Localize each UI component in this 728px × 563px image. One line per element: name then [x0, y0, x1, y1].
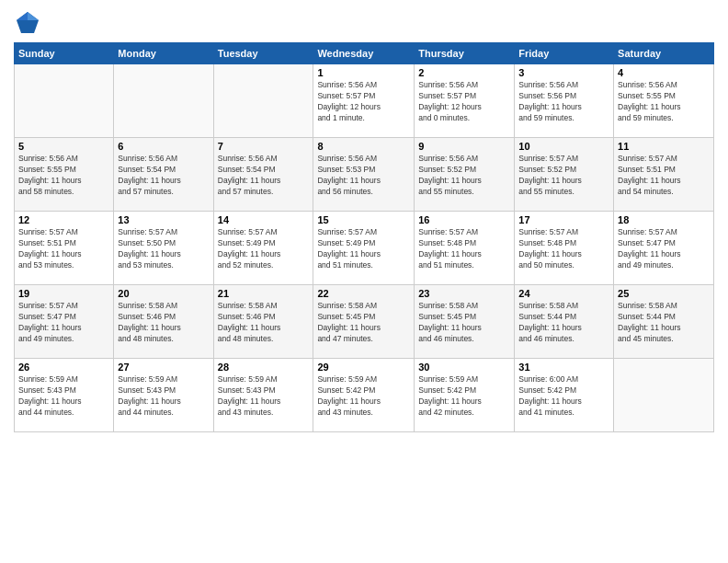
day-info: Sunrise: 5:59 AM Sunset: 5:42 PM Dayligh…: [418, 374, 510, 419]
day-info: Sunrise: 5:58 AM Sunset: 5:46 PM Dayligh…: [218, 301, 310, 345]
calendar-cell: 25Sunrise: 5:58 AM Sunset: 5:44 PM Dayli…: [614, 285, 714, 359]
day-number: 25: [618, 288, 710, 299]
calendar-cell: 2Sunrise: 5:56 AM Sunset: 5:57 PM Daylig…: [415, 64, 515, 138]
weekday-thursday: Thursday: [415, 43, 515, 64]
calendar-cell: 13Sunrise: 5:57 AM Sunset: 5:50 PM Dayli…: [114, 212, 213, 285]
page: SundayMondayTuesdayWednesdayThursdayFrid…: [0, 0, 728, 563]
svg-marker-2: [17, 12, 28, 20]
logo-icon: [14, 9, 41, 37]
weekday-sunday: Sunday: [15, 43, 114, 64]
day-number: 26: [18, 362, 109, 373]
week-row-5: 26Sunrise: 5:59 AM Sunset: 5:43 PM Dayli…: [15, 359, 714, 432]
day-info: Sunrise: 5:57 AM Sunset: 5:48 PM Dayligh…: [418, 227, 510, 271]
calendar-cell: [114, 64, 213, 138]
day-number: 7: [218, 141, 310, 152]
calendar-cell: 17Sunrise: 5:57 AM Sunset: 5:48 PM Dayli…: [515, 212, 614, 285]
day-info: Sunrise: 5:56 AM Sunset: 5:57 PM Dayligh…: [418, 80, 510, 124]
weekday-friday: Friday: [515, 43, 614, 64]
day-number: 14: [218, 214, 310, 225]
day-info: Sunrise: 5:59 AM Sunset: 5:43 PM Dayligh…: [18, 374, 109, 419]
day-number: 16: [418, 214, 510, 225]
calendar-cell: 1Sunrise: 5:56 AM Sunset: 5:57 PM Daylig…: [313, 64, 415, 138]
day-number: 2: [418, 67, 510, 78]
day-info: Sunrise: 5:56 AM Sunset: 5:57 PM Dayligh…: [317, 80, 410, 124]
day-number: 10: [518, 141, 609, 152]
day-number: 8: [317, 141, 410, 152]
day-info: Sunrise: 5:57 AM Sunset: 5:51 PM Dayligh…: [618, 154, 710, 198]
day-info: Sunrise: 5:57 AM Sunset: 5:49 PM Dayligh…: [317, 227, 410, 271]
day-info: Sunrise: 5:59 AM Sunset: 5:43 PM Dayligh…: [218, 374, 310, 419]
day-number: 18: [618, 214, 710, 225]
day-number: 30: [418, 362, 510, 373]
weekday-tuesday: Tuesday: [213, 43, 313, 64]
calendar-cell: 15Sunrise: 5:57 AM Sunset: 5:49 PM Dayli…: [313, 212, 415, 285]
day-info: Sunrise: 5:57 AM Sunset: 5:51 PM Dayligh…: [18, 227, 109, 271]
logo: [14, 9, 45, 37]
day-number: 11: [618, 141, 710, 152]
day-info: Sunrise: 5:57 AM Sunset: 5:48 PM Dayligh…: [518, 227, 609, 271]
svg-marker-1: [28, 12, 39, 20]
week-row-3: 12Sunrise: 5:57 AM Sunset: 5:51 PM Dayli…: [15, 212, 714, 285]
week-row-2: 5Sunrise: 5:56 AM Sunset: 5:55 PM Daylig…: [15, 138, 714, 212]
day-number: 15: [317, 214, 410, 225]
day-number: 23: [418, 288, 510, 299]
calendar-cell: 11Sunrise: 5:57 AM Sunset: 5:51 PM Dayli…: [614, 138, 714, 212]
calendar-cell: 9Sunrise: 5:56 AM Sunset: 5:52 PM Daylig…: [415, 138, 515, 212]
calendar-cell: 7Sunrise: 5:56 AM Sunset: 5:54 PM Daylig…: [213, 138, 313, 212]
week-row-1: 1Sunrise: 5:56 AM Sunset: 5:57 PM Daylig…: [15, 64, 714, 138]
day-info: Sunrise: 5:57 AM Sunset: 5:47 PM Dayligh…: [18, 301, 109, 345]
calendar-cell: 24Sunrise: 5:58 AM Sunset: 5:44 PM Dayli…: [515, 285, 614, 359]
day-info: Sunrise: 5:56 AM Sunset: 5:55 PM Dayligh…: [618, 80, 710, 124]
day-number: 28: [218, 362, 310, 373]
calendar-cell: 30Sunrise: 5:59 AM Sunset: 5:42 PM Dayli…: [415, 359, 515, 432]
day-info: Sunrise: 5:58 AM Sunset: 5:46 PM Dayligh…: [118, 301, 209, 345]
calendar-cell: 29Sunrise: 5:59 AM Sunset: 5:42 PM Dayli…: [313, 359, 415, 432]
day-info: Sunrise: 5:56 AM Sunset: 5:54 PM Dayligh…: [218, 154, 310, 198]
weekday-header-row: SundayMondayTuesdayWednesdayThursdayFrid…: [15, 43, 714, 64]
day-number: 31: [518, 362, 609, 373]
calendar-cell: 6Sunrise: 5:56 AM Sunset: 5:54 PM Daylig…: [114, 138, 213, 212]
calendar-cell: 26Sunrise: 5:59 AM Sunset: 5:43 PM Dayli…: [15, 359, 114, 432]
calendar-table: SundayMondayTuesdayWednesdayThursdayFrid…: [14, 42, 714, 432]
calendar-cell: 8Sunrise: 5:56 AM Sunset: 5:53 PM Daylig…: [313, 138, 415, 212]
calendar-cell: 10Sunrise: 5:57 AM Sunset: 5:52 PM Dayli…: [515, 138, 614, 212]
day-number: 29: [317, 362, 410, 373]
calendar-cell: 3Sunrise: 5:56 AM Sunset: 5:56 PM Daylig…: [515, 64, 614, 138]
day-number: 4: [618, 67, 710, 78]
day-info: Sunrise: 5:58 AM Sunset: 5:45 PM Dayligh…: [317, 301, 410, 345]
day-number: 22: [317, 288, 410, 299]
day-info: Sunrise: 5:58 AM Sunset: 5:44 PM Dayligh…: [518, 301, 609, 345]
calendar-cell: 21Sunrise: 5:58 AM Sunset: 5:46 PM Dayli…: [213, 285, 313, 359]
day-number: 24: [518, 288, 609, 299]
day-info: Sunrise: 5:56 AM Sunset: 5:56 PM Dayligh…: [518, 80, 609, 124]
day-number: 9: [418, 141, 510, 152]
calendar-cell: 14Sunrise: 5:57 AM Sunset: 5:49 PM Dayli…: [213, 212, 313, 285]
day-info: Sunrise: 5:57 AM Sunset: 5:50 PM Dayligh…: [118, 227, 209, 271]
day-info: Sunrise: 5:57 AM Sunset: 5:49 PM Dayligh…: [218, 227, 310, 271]
calendar-cell: [213, 64, 313, 138]
day-number: 3: [518, 67, 609, 78]
day-info: Sunrise: 5:57 AM Sunset: 5:52 PM Dayligh…: [518, 154, 609, 198]
week-row-4: 19Sunrise: 5:57 AM Sunset: 5:47 PM Dayli…: [15, 285, 714, 359]
calendar-cell: 4Sunrise: 5:56 AM Sunset: 5:55 PM Daylig…: [614, 64, 714, 138]
calendar-cell: 12Sunrise: 5:57 AM Sunset: 5:51 PM Dayli…: [15, 212, 114, 285]
calendar-cell: 5Sunrise: 5:56 AM Sunset: 5:55 PM Daylig…: [15, 138, 114, 212]
calendar-cell: [614, 359, 714, 432]
weekday-wednesday: Wednesday: [313, 43, 415, 64]
calendar-cell: 27Sunrise: 5:59 AM Sunset: 5:43 PM Dayli…: [114, 359, 213, 432]
day-number: 5: [18, 141, 109, 152]
day-number: 1: [317, 67, 410, 78]
day-info: Sunrise: 5:56 AM Sunset: 5:55 PM Dayligh…: [18, 154, 109, 198]
day-number: 27: [118, 362, 209, 373]
day-info: Sunrise: 5:59 AM Sunset: 5:43 PM Dayligh…: [118, 374, 209, 419]
day-info: Sunrise: 5:56 AM Sunset: 5:53 PM Dayligh…: [317, 154, 410, 198]
day-info: Sunrise: 6:00 AM Sunset: 5:42 PM Dayligh…: [518, 374, 609, 419]
day-number: 6: [118, 141, 209, 152]
weekday-monday: Monday: [114, 43, 213, 64]
calendar-cell: [15, 64, 114, 138]
calendar-cell: 31Sunrise: 6:00 AM Sunset: 5:42 PM Dayli…: [515, 359, 614, 432]
day-number: 20: [118, 288, 209, 299]
day-info: Sunrise: 5:56 AM Sunset: 5:52 PM Dayligh…: [418, 154, 510, 198]
day-info: Sunrise: 5:57 AM Sunset: 5:47 PM Dayligh…: [618, 227, 710, 271]
day-info: Sunrise: 5:56 AM Sunset: 5:54 PM Dayligh…: [118, 154, 209, 198]
